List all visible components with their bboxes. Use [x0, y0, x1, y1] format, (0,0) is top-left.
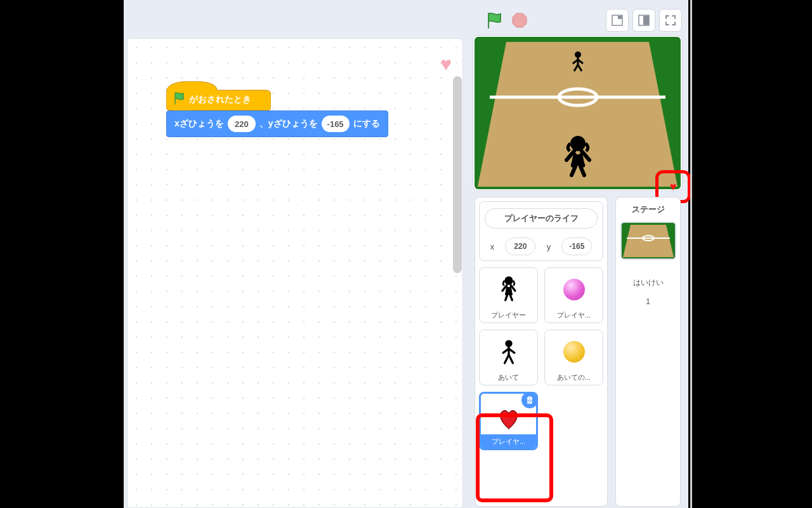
- backdrop-label: はいけい: [633, 277, 664, 288]
- script-panel: ♥ がおされたとき xざひょうを 220 、yざひょうを -165 にする: [127, 38, 463, 508]
- goto-prefix: xざひょうを: [174, 118, 224, 130]
- sprite-y-input[interactable]: -165: [561, 237, 592, 255]
- stage-size-buttons: [606, 9, 682, 32]
- event-hat-block[interactable]: がおされたとき: [166, 81, 271, 112]
- svg-point-16: [504, 276, 513, 284]
- x-label: x: [490, 242, 495, 251]
- y-label: y: [547, 242, 551, 251]
- window-scrollbar[interactable]: [690, 0, 692, 508]
- stage-title: ステージ: [632, 204, 665, 215]
- sprite-list: プレイヤー プレイヤ... あいて: [479, 267, 603, 450]
- svg-line-21: [504, 354, 508, 363]
- fullscreen-button[interactable]: [659, 9, 682, 32]
- app-frame: ♥ がおされたとき xざひょうを 220 、yざひょうを -165 にする: [124, 0, 688, 508]
- stage-selector-panel: ステージ はいけい 1: [615, 197, 681, 507]
- script-scrollbar[interactable]: [453, 76, 462, 273]
- ball-orange-icon: [563, 341, 585, 363]
- svg-point-9: [575, 51, 581, 58]
- sprite-info: プレイヤーのライフ x 220 y -165: [479, 201, 603, 261]
- svg-rect-4: [643, 16, 649, 25]
- svg-point-15: [570, 136, 586, 151]
- goto-xy-block[interactable]: xざひょうを 220 、yざひょうを -165 にする: [166, 110, 388, 137]
- sprite-preview-heart-icon: ♥: [440, 53, 452, 75]
- sprite-label: プレイヤ...: [557, 311, 591, 320]
- backdrop-count: 1: [646, 297, 650, 306]
- sprite-x-input[interactable]: 220: [505, 237, 535, 255]
- sprite-tile-opponent-ball[interactable]: あいての...: [544, 330, 603, 385]
- sprite-tile-player-ball[interactable]: プレイヤ...: [544, 267, 603, 323]
- player-icon: [480, 268, 537, 311]
- sprite-label: プレイヤ...: [481, 434, 536, 448]
- heart-icon: ♥: [670, 180, 677, 194]
- svg-marker-0: [513, 13, 527, 27]
- run-button[interactable]: [485, 11, 503, 29]
- small-stage-button[interactable]: [606, 9, 629, 32]
- delete-sprite-button[interactable]: [520, 392, 538, 410]
- ball-pink-icon: [563, 279, 585, 300]
- stage-thumbnail[interactable]: [620, 222, 676, 260]
- sprite-tile-player[interactable]: プレイヤー: [479, 267, 538, 323]
- goto-mid: 、yざひょうを: [259, 118, 318, 130]
- goto-x-input[interactable]: 220: [228, 116, 256, 132]
- goto-suffix: にする: [353, 118, 380, 130]
- sprite-panel: プレイヤーのライフ x 220 y -165: [475, 197, 608, 507]
- stop-button[interactable]: [512, 13, 527, 28]
- opponent-icon: [480, 330, 537, 373]
- sprite-name-input[interactable]: プレイヤーのライフ: [485, 208, 598, 229]
- goto-y-input[interactable]: -165: [322, 116, 350, 132]
- large-stage-button[interactable]: [632, 9, 655, 32]
- sprite-label: あいての...: [557, 373, 591, 382]
- svg-rect-2: [618, 16, 622, 19]
- sprite-label: プレイヤー: [491, 311, 526, 320]
- svg-line-22: [509, 354, 513, 363]
- hat-label: がおされたとき: [189, 94, 251, 105]
- sprite-tile-opponent[interactable]: あいて: [479, 330, 538, 385]
- sprite-label: あいて: [498, 373, 519, 382]
- svg-point-17: [505, 340, 512, 347]
- stage[interactable]: [475, 37, 681, 189]
- sprite-tile-player-life[interactable]: プレイヤ...: [479, 392, 538, 450]
- stage-controls: [473, 11, 688, 34]
- script-canvas[interactable]: ♥ がおされたとき xざひょうを 220 、yざひょうを -165 にする: [127, 38, 463, 508]
